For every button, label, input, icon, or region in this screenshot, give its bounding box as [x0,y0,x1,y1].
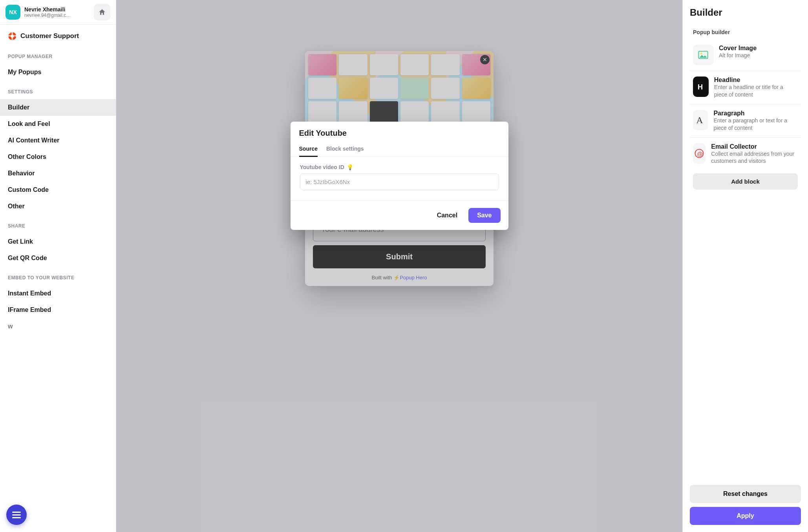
tab-block-settings[interactable]: Block settings [326,142,364,157]
youtube-id-label: Youtube video ID 💡 [300,164,499,170]
panel-title: Builder [690,7,801,18]
modal-footer: Cancel Save [291,200,508,230]
block-desc: Collect email addresses from your custom… [711,150,798,165]
cancel-button[interactable]: Cancel [433,209,461,222]
svg-point-1 [700,53,702,55]
canvas: ✕ Submit Built with ⚡Popup Hero Edit You… [116,0,682,532]
sidebar-item-behavior[interactable]: Behavior [0,165,116,182]
sidebar-item-instant-embed[interactable]: Instant Embed [0,285,116,302]
tab-source[interactable]: Source [299,142,318,157]
home-icon [98,8,106,16]
hamburger-icon [12,512,21,518]
panel-subtitle: Popup builder [693,29,801,35]
fab-menu-button[interactable] [6,505,27,525]
image-icon [693,45,713,65]
sidebar-item-get-qr[interactable]: Get QR Code [0,250,116,266]
support-label: Customer Support [20,32,79,40]
block-name: Headline [714,77,798,84]
sidebar: NX Nevrie Xhemaili nevriee.94@gmail.c… 🛟… [0,0,116,532]
email-icon: @ [693,143,706,164]
block-desc: Enter a headline or title for a piece of… [714,84,798,98]
block-desc: Alt for Image [719,52,757,59]
modal-title: Edit Youtube [291,122,508,142]
section-share: SHARE [0,215,116,233]
sidebar-scroll[interactable]: 🛟 Customer Support POPUP MANAGER My Popu… [0,25,116,532]
modal-tabs: Source Block settings [291,142,508,157]
section-embed: EMBED TO YOUR WEBSITE [0,266,116,285]
section-settings: SETTINGS [0,80,116,99]
right-panel: Builder Popup builder Cover Image Alt fo… [682,0,808,532]
lifesaver-icon: 🛟 [8,32,16,40]
paragraph-icon: A [693,110,708,130]
avatar[interactable]: NX [5,5,20,20]
modal-body: Youtube video ID 💡 [291,157,508,200]
svg-text:A: A [696,115,703,125]
section-popup-manager: POPUP MANAGER [0,45,116,64]
sidebar-item-look-and-feel[interactable]: Look and Feel [0,116,116,132]
apply-button[interactable]: Apply [690,507,801,525]
add-block-button[interactable]: Add block [693,173,798,189]
sidebar-item-support[interactable]: 🛟 Customer Support [0,25,116,45]
edit-youtube-modal: Edit Youtube Source Block settings Youtu… [291,122,508,230]
svg-text:@: @ [697,150,703,157]
youtube-id-input[interactable] [300,173,499,190]
sidebar-item-get-link[interactable]: Get Link [0,233,116,250]
block-name: Paragraph [713,110,798,117]
block-list: Cover Image Alt for Image H Headline Ent… [690,39,801,170]
sidebar-item-my-popups[interactable]: My Popups [0,64,116,80]
sidebar-item-other-colors[interactable]: Other Colors [0,149,116,165]
user-name: Nevrie Xhemaili [24,6,90,13]
svg-text:H: H [698,83,703,91]
bulb-icon[interactable]: 💡 [347,164,353,170]
panel-footer: Reset changes Apply [690,477,801,525]
block-email-collector[interactable]: @ Email Collector Collect email addresse… [690,138,801,171]
sidebar-item-iframe-embed[interactable]: IFrame Embed [0,302,116,318]
block-name: Cover Image [719,45,757,52]
sidebar-item-other[interactable]: Other [0,198,116,215]
block-cover-image[interactable]: Cover Image Alt for Image [690,39,801,71]
user-info: Nevrie Xhemaili nevriee.94@gmail.c… [24,6,90,18]
block-name: Email Collector [711,143,798,150]
sidebar-item-truncated[interactable]: w [0,318,116,335]
home-button[interactable] [94,4,110,20]
app-root: NX Nevrie Xhemaili nevriee.94@gmail.c… 🛟… [0,0,808,532]
block-paragraph[interactable]: A Paragraph Enter a paragraph or text fo… [690,104,801,138]
user-email: nevriee.94@gmail.c… [24,13,90,18]
headline-icon: H [693,77,709,97]
sidebar-header: NX Nevrie Xhemaili nevriee.94@gmail.c… [0,0,116,25]
block-headline[interactable]: H Headline Enter a headline or title for… [690,71,801,104]
save-button[interactable]: Save [468,208,500,223]
sidebar-item-builder[interactable]: Builder [0,99,116,116]
modal-backdrop[interactable]: Edit Youtube Source Block settings Youtu… [116,0,682,532]
sidebar-item-ai-writer[interactable]: AI Content Writer [0,132,116,149]
reset-changes-button[interactable]: Reset changes [690,485,801,503]
block-desc: Enter a paragraph or text for a piece of… [713,117,798,132]
sidebar-item-custom-code[interactable]: Custom Code [0,182,116,198]
